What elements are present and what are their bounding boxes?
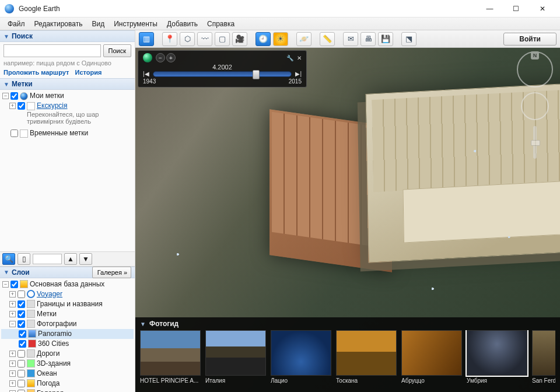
step-forward-icon[interactable]: ▶| <box>295 71 302 77</box>
tour-checkbox[interactable] <box>18 102 25 110</box>
layer-checkbox[interactable] <box>19 340 26 348</box>
layer-checkbox[interactable] <box>18 370 25 377</box>
step-back-icon[interactable]: |◀ <box>143 71 149 77</box>
tree-expander[interactable]: − <box>2 281 9 288</box>
tool-button[interactable]: ▯ <box>18 253 30 265</box>
navigation-controls[interactable]: N <box>514 51 555 162</box>
temporary-places-checkbox[interactable] <box>10 130 18 137</box>
disclosure-icon[interactable]: ▼ <box>140 321 146 327</box>
search-input[interactable] <box>4 44 101 57</box>
tree-expander[interactable]: − <box>2 93 9 99</box>
menu-add[interactable]: Добавить <box>163 19 202 29</box>
tree-expander[interactable]: − <box>9 321 16 327</box>
zoom-in-icon[interactable]: + <box>166 53 176 62</box>
globe-icon <box>20 92 28 100</box>
sunlight-button[interactable]: ☀ <box>273 32 288 46</box>
close-icon[interactable]: ✕ <box>297 55 302 61</box>
layer-checkbox[interactable] <box>18 360 25 368</box>
360cities-icon <box>28 340 36 348</box>
add-image-overlay-button[interactable]: ▢ <box>215 32 230 46</box>
tree-expander[interactable]: + <box>9 380 16 387</box>
roads-label: Дороги <box>37 349 60 358</box>
record-tour-button[interactable]: 🎥 <box>232 32 247 46</box>
time-track[interactable] <box>153 71 292 77</box>
places-panel-header[interactable]: ▼ Метки <box>0 78 135 90</box>
up-button[interactable]: ▲ <box>64 253 77 265</box>
panoramio-icon <box>28 330 36 338</box>
tree-expander[interactable]: + <box>9 370 16 377</box>
save-image-button[interactable]: 💾 <box>378 32 393 46</box>
add-polygon-button[interactable]: ⬡ <box>180 32 195 46</box>
zoom-slider[interactable] <box>533 126 537 159</box>
voyager-link[interactable]: Voyager <box>37 290 62 299</box>
wrench-icon[interactable]: 🔧 <box>286 55 293 61</box>
search-button[interactable]: Поиск <box>103 44 131 57</box>
menu-view[interactable]: Вид <box>88 19 108 29</box>
menu-file[interactable]: Файл <box>4 19 29 29</box>
time-thumb[interactable] <box>253 70 260 79</box>
tree-expander[interactable]: + <box>9 311 16 317</box>
minimize-button[interactable]: ― <box>477 1 503 17</box>
photo-guide-strip: ▼ Фотогид HOTEL PRINCIPE A... Италия Лац… <box>135 317 560 392</box>
photo-thumb[interactable]: Абруццо <box>401 330 462 384</box>
3d-viewport[interactable]: − + 🔧 ✕ 4.2002 |◀ ▶| 1943 2015 <box>135 48 560 392</box>
photo-thumb[interactable]: Тоскана <box>336 330 397 384</box>
email-button[interactable]: ✉ <box>343 32 358 46</box>
zoom-out-icon[interactable]: − <box>156 53 165 62</box>
tree-expander[interactable]: + <box>9 301 16 307</box>
compass-north-label[interactable]: N <box>531 51 539 60</box>
panoramio-label[interactable]: Panoramio <box>38 330 72 338</box>
layer-checkbox[interactable] <box>19 330 26 338</box>
menu-edit[interactable]: Редактировать <box>30 19 87 29</box>
tree-expander[interactable]: + <box>9 351 16 357</box>
historical-time-slider[interactable]: − + 🔧 ✕ 4.2002 |◀ ▶| 1943 2015 <box>138 50 307 88</box>
pan-joystick[interactable] <box>521 92 549 120</box>
photo-thumb[interactable]: Лацио <box>271 330 331 384</box>
tree-expander[interactable]: + <box>9 103 16 109</box>
layer-checkbox[interactable] <box>18 350 25 358</box>
disclosure-icon: ▼ <box>4 81 9 88</box>
view-in-maps-button[interactable]: ⬔ <box>401 32 416 46</box>
route-link[interactable]: Проложить маршрут <box>4 69 69 76</box>
tree-expander[interactable]: + <box>9 390 16 393</box>
opacity-slider[interactable] <box>33 254 62 264</box>
layer-checkbox[interactable] <box>10 281 18 288</box>
photo-thumb[interactable]: San Ferdin <box>532 330 555 384</box>
menu-tools[interactable]: Инструменты <box>110 19 162 29</box>
weather-label: Погода <box>37 379 60 388</box>
search-panel-header[interactable]: ▼ Поиск <box>0 30 135 42</box>
layer-checkbox[interactable] <box>18 320 25 328</box>
layer-checkbox[interactable] <box>18 290 25 298</box>
layers-panel-header[interactable]: ▼ Слои Галерея» <box>0 267 135 278</box>
tree-expander[interactable]: + <box>9 291 16 298</box>
gallery-button[interactable]: Галерея» <box>92 267 131 278</box>
layer-checkbox[interactable] <box>18 310 25 318</box>
layer-checkbox[interactable] <box>18 300 25 308</box>
add-placemark-button[interactable]: 📍 <box>162 32 177 46</box>
ruler-button[interactable]: 📏 <box>320 32 335 46</box>
photo-thumb[interactable]: HOTEL PRINCIPE A... <box>140 330 201 384</box>
tour-link[interactable]: Екскурсія <box>37 102 67 110</box>
planets-button[interactable]: 🪐 <box>296 32 312 46</box>
history-link[interactable]: История <box>75 69 102 76</box>
down-button[interactable]: ▼ <box>79 253 92 265</box>
add-path-button[interactable]: 〰 <box>197 32 212 46</box>
sign-in-button[interactable]: Войти <box>503 33 556 46</box>
places-panel-title: Метки <box>12 80 33 88</box>
close-button[interactable]: ✕ <box>529 1 555 17</box>
layer-checkbox[interactable] <box>18 390 25 393</box>
photos-icon <box>27 320 35 328</box>
compass-ring[interactable]: N <box>517 51 553 88</box>
layer-checkbox[interactable] <box>18 380 25 387</box>
photo-thumb[interactable]: Умбрия <box>467 330 527 384</box>
toggle-sidebar-button[interactable]: ▥ <box>139 32 154 46</box>
find-tool-icon[interactable]: 🔍 <box>2 253 15 265</box>
print-button[interactable]: 🖶 <box>360 32 376 46</box>
menu-help[interactable]: Справка <box>203 19 239 29</box>
photo-thumb[interactable]: Италия <box>205 330 266 384</box>
historical-imagery-button[interactable]: 🕘 <box>256 32 271 46</box>
tree-expander[interactable]: + <box>9 360 16 367</box>
photo-guide-title: Фотогид <box>149 320 178 328</box>
my-places-checkbox[interactable] <box>10 92 18 100</box>
maximize-button[interactable]: ☐ <box>503 1 529 17</box>
